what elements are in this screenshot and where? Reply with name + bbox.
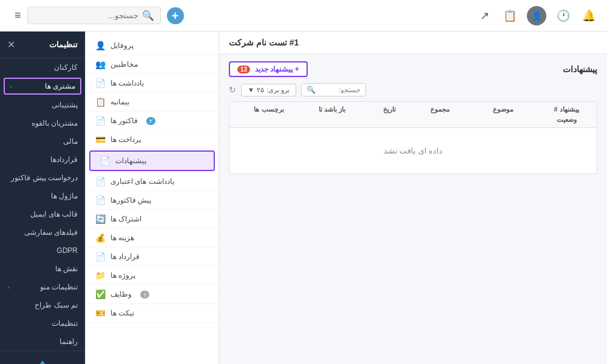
settings-item-support[interactable]: پشتیبانی [0, 96, 85, 114]
settings-item-custom-fields[interactable]: فیلدهای سفارشی [0, 223, 85, 241]
menu-item-payments[interactable]: پرداخت ها 💳 [86, 130, 219, 149]
menu-item-profile[interactable]: پروفایل 👤 [86, 36, 219, 55]
invoices-icon: 📄 [95, 116, 106, 126]
invoices-label: فاکتور ها [110, 116, 138, 125]
col-open-until: باز باشد تا [302, 106, 362, 113]
staff-label: کارکنان [54, 63, 78, 72]
contacts-label: مخاطبین [110, 60, 138, 69]
proforma-icon: 📄 [95, 195, 106, 205]
settings-item-customers[interactable]: مشتری ها ‹ [4, 78, 81, 95]
menu-item-proposals[interactable]: پیشنهادات 📄 [89, 150, 215, 171]
tickets-icon: 🎫 [95, 308, 106, 318]
projects-icon: 📁 [95, 271, 106, 280]
page-header: #1 تست نام شرکت [219, 32, 607, 54]
roles-label: نقش ها [55, 265, 78, 273]
settings-item-contracts[interactable]: قراردادها [0, 150, 85, 169]
bell-icon[interactable]: 🔔 [580, 7, 597, 24]
payments-icon: 💳 [95, 135, 106, 144]
insurance-icon: 📋 [95, 97, 106, 107]
menu-item-credit-notes[interactable]: یادداشت های اعتباری 📄 [86, 172, 219, 191]
search-input[interactable] [34, 11, 138, 20]
settings-item-leads[interactable]: مشتریان بالقوه [0, 114, 85, 132]
custom-fields-label: فیلدهای سفارشی [24, 228, 78, 237]
menu-item-invoices[interactable]: ۲ فاکتور ها 📄 [86, 112, 219, 130]
top-navigation: 🔔 🕐 👤 📋 ↗ + 🔍 ≡ [0, 0, 607, 32]
settings-item-roles[interactable]: نقش ها [0, 260, 85, 278]
menu-item-tickets[interactable]: تیکت ها 🎫 [86, 304, 219, 323]
projects-label: پروژه ها [110, 271, 135, 280]
subscriptions-icon: 🔄 [95, 214, 106, 224]
invoices-badge: ۲ [146, 117, 155, 125]
settings-item-menu-settings[interactable]: تنظیمات منو ‹ [0, 278, 85, 296]
gdpr-label: GDPR [56, 246, 78, 255]
settings-item-email-templates[interactable]: قالب های ایمیل [0, 205, 85, 223]
menu-item-proforma[interactable]: پیش فاکتورها 📄 [86, 191, 219, 210]
proposals-icon: 📄 [100, 156, 110, 166]
settings-title: تنظیمات [49, 40, 78, 49]
credit-notes-label: یادداشت های اعتباری [110, 177, 174, 186]
search-bar: 🔍 [27, 7, 161, 24]
contracts-settings-label: قراردادها [50, 155, 78, 164]
contracts-icon: 📄 [95, 252, 106, 261]
hamburger-menu[interactable]: ≡ [15, 9, 21, 22]
table-search-icon: 🔍 [307, 86, 316, 94]
table-search-input[interactable] [318, 86, 361, 93]
menu-item-notes[interactable]: یادداشت ها 📄 [86, 74, 219, 93]
calendar-icon[interactable]: 📋 [501, 7, 518, 24]
subscriptions-label: اشتراک ها [110, 215, 141, 223]
col-date: تاریخ [365, 106, 413, 113]
settings-close-button[interactable]: ✕ [7, 39, 15, 50]
menu-item-contracts[interactable]: قرارداد ها 📄 [86, 248, 219, 266]
proposals-title: پیشنهادات [563, 64, 597, 74]
settings-item-settings[interactable]: تنظیمات [0, 314, 85, 332]
col-total: مجموع [416, 106, 464, 113]
settings-label: تنظیمات [52, 319, 78, 328]
table-header: پیشنهاد # موضوع مجموع تاریخ باز باشد تا … [229, 102, 597, 128]
refresh-button[interactable]: ↻ [229, 85, 236, 95]
table-search: 🔍 [301, 83, 366, 96]
email-templates-label: قالب های ایمیل [30, 210, 78, 218]
settings-item-gdpr[interactable]: GDPR [0, 241, 85, 260]
settings-item-staff[interactable]: کارکنان [0, 58, 85, 76]
share-icon[interactable]: ↗ [476, 7, 493, 24]
menu-settings-label: تنظیمات منو [40, 283, 78, 291]
chevron-down-icon: ▼ [248, 86, 254, 93]
table-empty-message: داده ای یافت نشد [229, 128, 597, 174]
menu-item-expenses[interactable]: هزینه ها 💰 [86, 229, 219, 248]
menu-item-contacts[interactable]: مخاطبین 👥 [86, 55, 219, 74]
clock-icon[interactable]: 🕐 [555, 7, 572, 24]
tasks-label: وظایف [110, 290, 132, 298]
new-proposal-button[interactable]: + پیشنهاد جدید 13 [229, 61, 308, 77]
col-proposal-num: پیشنهاد # [542, 106, 591, 113]
settings-item-proforma-request[interactable]: درخواست پیش فاکتور [0, 169, 85, 187]
customer-panel: #1 تست نام شرکت پیشنهادات + پیشنهاد جدید… [219, 32, 607, 364]
notes-icon: 📄 [95, 78, 106, 88]
col-subject: موضوع [467, 106, 540, 113]
filter-button[interactable]: برو بری: ۲۵ ▼ [241, 84, 296, 96]
menu-item-subscriptions[interactable]: اشتراک ها 🔄 [86, 210, 219, 229]
menu-item-projects[interactable]: پروژه ها 📁 [86, 266, 219, 285]
per-page-label: برو بری: [266, 86, 290, 94]
logo-area: A ARGO CRM [0, 351, 85, 364]
menu-item-insurance[interactable]: بیمانیه 📋 [86, 93, 219, 112]
settings-item-guide[interactable]: راهنما [0, 332, 85, 351]
avatar[interactable]: 👤 [527, 6, 546, 25]
customers-label: مشتری ها [45, 82, 75, 90]
expenses-label: هزینه ها [110, 234, 134, 242]
settings-item-modules[interactable]: ماژول ها [0, 187, 85, 205]
proposals-section: پیشنهادات + پیشنهاد جدید 13 🔍 برو بری: ۲… [219, 54, 607, 364]
nav-left-icons: 🔔 🕐 👤 📋 ↗ [184, 6, 597, 25]
company-title: #1 تست نام شرکت [229, 38, 299, 47]
add-button[interactable]: + [167, 7, 184, 24]
settings-item-finance[interactable]: مالی [0, 132, 85, 150]
col-created: تاریخ ایجاد [229, 106, 236, 113]
nav-center: + 🔍 ≡ [10, 7, 184, 24]
settings-item-theme[interactable]: تم سبک طراح [0, 296, 85, 314]
menu-item-tasks[interactable]: ۱ وظایف ✅ [86, 285, 219, 304]
leads-label: مشتریان بالقوه [32, 119, 78, 127]
modules-label: ماژول ها [51, 192, 78, 200]
tasks-icon: ✅ [95, 289, 106, 299]
proposal-badge: 13 [237, 66, 250, 73]
profile-icon: 👤 [95, 41, 106, 50]
finance-label: مالی [63, 137, 78, 146]
